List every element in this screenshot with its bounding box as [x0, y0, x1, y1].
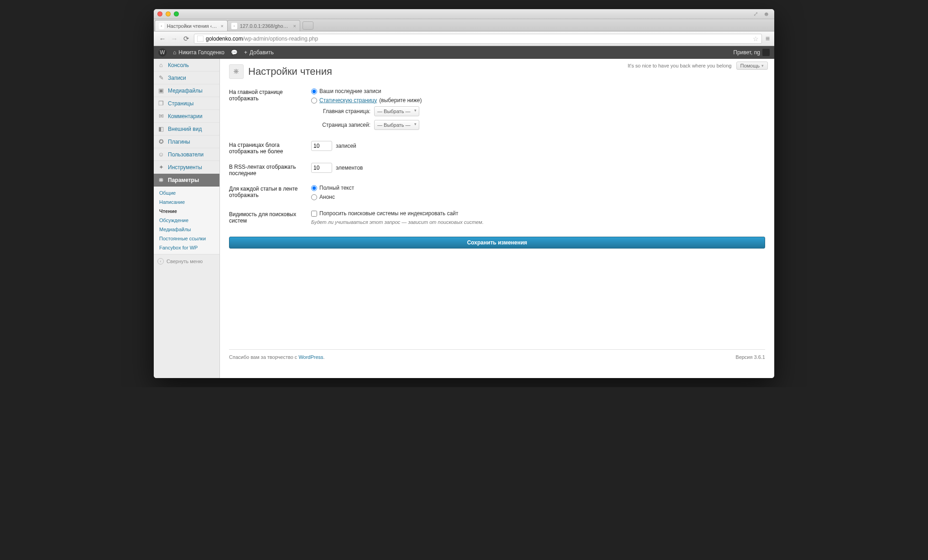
site-name-link[interactable]: ⌂ Никита Голоденко	[173, 49, 224, 56]
comments-link[interactable]: 💬	[231, 49, 238, 56]
plus-icon: +	[244, 49, 247, 56]
bookmark-icon[interactable]: ☆	[753, 35, 759, 42]
submenu-item[interactable]: Общие	[154, 188, 219, 197]
front-radio-page[interactable]	[311, 98, 317, 104]
address-bar[interactable]: golodenko.com/wp-admin/options-reading.p…	[194, 34, 762, 44]
sidebar-item-инструменты[interactable]: ✦Инструменты	[154, 161, 219, 174]
posts-page-select[interactable]: — Выбрать —	[374, 120, 419, 130]
version-label: Версия 3.6.1	[735, 354, 765, 360]
rss-count-input[interactable]	[311, 163, 332, 173]
static-page-link[interactable]: Статическую страницу	[319, 97, 377, 104]
feed-radio-full[interactable]	[311, 185, 317, 191]
menu-icon: ▣	[157, 87, 165, 94]
submenu-item[interactable]: Постоянные ссылки	[154, 234, 219, 243]
menu-icon: ⛯	[157, 176, 165, 184]
browser-tab-inactive[interactable]: ◦ 127.0.0.1:2368/ghost/set ×	[227, 20, 300, 31]
submenu-item[interactable]: Обсуждение	[154, 216, 219, 225]
wordpress-link[interactable]: WordPress	[298, 354, 323, 360]
sidebar-item-внешний вид[interactable]: ◧Внешний вид	[154, 123, 219, 135]
menu-icon: ✪	[157, 138, 165, 145]
minimize-window-button[interactable]	[166, 11, 171, 16]
page-title: Настройки чтения	[248, 66, 332, 78]
seo-noindex-checkbox[interactable]	[311, 211, 317, 217]
zoom-window-button[interactable]	[174, 11, 179, 16]
menu-icon: ❐	[157, 100, 165, 107]
sidebar-item-консоль[interactable]: ⌂Консоль	[154, 59, 219, 72]
avatar	[762, 49, 770, 56]
front-radio-posts[interactable]	[311, 88, 317, 94]
seo-noindex-label: Попросить поисковые системы не индексиро…	[319, 210, 459, 217]
sidebar-item-пользователи[interactable]: ☺Пользователи	[154, 148, 219, 161]
per-page-label: На страницах блога отображать не более	[229, 137, 311, 159]
front-option-posts[interactable]: Ваши последние записи	[311, 88, 640, 94]
url-domain: golodenko.com	[206, 36, 243, 42]
browser-tab-active[interactable]: ◦ Настройки чтения ‹ Никит ×	[155, 20, 228, 31]
sidebar-item-комментарии[interactable]: ✉Комментарии	[154, 110, 219, 123]
front-page-label: На главной странице отображать	[229, 84, 311, 137]
url-path: /wp-admin/options-reading.php	[243, 36, 318, 42]
menu-label: Записи	[168, 75, 186, 81]
menu-icon: ⌂	[157, 62, 165, 69]
add-new-label: Добавить	[250, 49, 274, 56]
sidebar-item-плагины[interactable]: ✪Плагины	[154, 135, 219, 148]
wordpress-logo-icon[interactable]: W	[158, 48, 167, 57]
front-option-page[interactable]: Статическую страницу (выберите ниже)	[311, 97, 640, 104]
menu-label: Комментарии	[168, 113, 203, 119]
settings-icon: ⛯	[229, 64, 244, 79]
favicon-icon: ◦	[231, 23, 237, 29]
submenu-item[interactable]: Написание	[154, 197, 219, 207]
settings-form: На главной странице отображать Ваши посл…	[229, 84, 640, 228]
comment-icon: 💬	[231, 49, 238, 56]
menu-icon: ✦	[157, 164, 165, 171]
close-tab-icon[interactable]: ×	[221, 23, 224, 29]
save-button[interactable]: Сохранить изменения	[229, 237, 765, 249]
menu-icon: ◧	[157, 125, 165, 133]
collapse-label: Свернуть меню	[167, 259, 203, 264]
tab-label: Настройки чтения ‹ Никит	[167, 23, 218, 29]
submenu-item[interactable]: Чтение	[154, 207, 219, 216]
page-icon	[197, 36, 203, 42]
page-selectors: Главная страница: — Выбрать — Страница з…	[320, 106, 640, 130]
close-tab-icon[interactable]: ×	[293, 23, 296, 29]
fullscreen-icon[interactable]: ⤢	[753, 10, 761, 18]
reload-button[interactable]: ⟳	[182, 35, 190, 43]
feed-radio-summary[interactable]	[311, 194, 317, 200]
welcome-message: It's so nice to have you back where you …	[628, 63, 732, 68]
screen-meta: It's so nice to have you back where you …	[628, 62, 768, 70]
menu-label: Плагины	[168, 139, 190, 145]
menu-label: Пользователи	[168, 151, 203, 158]
help-label: Помощь	[740, 63, 760, 68]
sidebar-item-медиафайлы[interactable]: ▣Медиафайлы	[154, 84, 219, 97]
submenu-item[interactable]: Медиафайлы	[154, 225, 219, 234]
sidebar-item-записи[interactable]: ✎Записи	[154, 72, 219, 84]
back-button[interactable]: ←	[158, 35, 167, 42]
help-toggle[interactable]: Помощь	[736, 62, 768, 70]
menu-label: Медиафайлы	[168, 88, 203, 94]
posts-per-page-input[interactable]	[311, 141, 332, 151]
settings-submenu: ОбщиеНаписаниеЧтениеОбсуждениеМедиафайлы…	[154, 187, 219, 254]
window-titlebar: ⤢ ☻	[154, 9, 774, 19]
per-page-unit: записей	[336, 143, 356, 149]
menu-label: Внешний вид	[168, 126, 202, 132]
new-tab-button[interactable]	[302, 21, 313, 30]
submenu-item[interactable]: Fancybox for WP	[154, 243, 219, 252]
feed-summary-option[interactable]: Анонс	[311, 194, 640, 200]
sidebar-item-параметры[interactable]: ⛯Параметры	[154, 174, 219, 187]
seo-noindex-option[interactable]: Попросить поисковые системы не индексиро…	[311, 210, 640, 217]
collapse-menu-button[interactable]: ‹ Свернуть меню	[154, 254, 219, 268]
rss-count-label: В RSS-лентах отображать последние	[229, 159, 311, 181]
wp-admin-bar: W ⌂ Никита Голоденко 💬 + Добавить Привет…	[154, 46, 774, 59]
home-page-select[interactable]: — Выбрать —	[374, 106, 419, 116]
account-link[interactable]: Привет, ng	[733, 49, 770, 56]
add-new-link[interactable]: + Добавить	[244, 49, 274, 56]
chrome-menu-button[interactable]: ≡	[766, 35, 770, 43]
collapse-icon: ‹	[157, 258, 164, 264]
home-page-select-label: Главная страница:	[320, 108, 370, 114]
front-radio-posts-label: Ваши последние записи	[319, 88, 381, 94]
url-toolbar: ← → ⟳ golodenko.com/wp-admin/options-rea…	[154, 31, 774, 46]
close-window-button[interactable]	[157, 11, 162, 16]
forward-button[interactable]: →	[170, 35, 178, 42]
menu-icon: ✉	[157, 113, 165, 120]
feed-full-option[interactable]: Полный текст	[311, 185, 640, 191]
sidebar-item-страницы[interactable]: ❐Страницы	[154, 97, 219, 110]
